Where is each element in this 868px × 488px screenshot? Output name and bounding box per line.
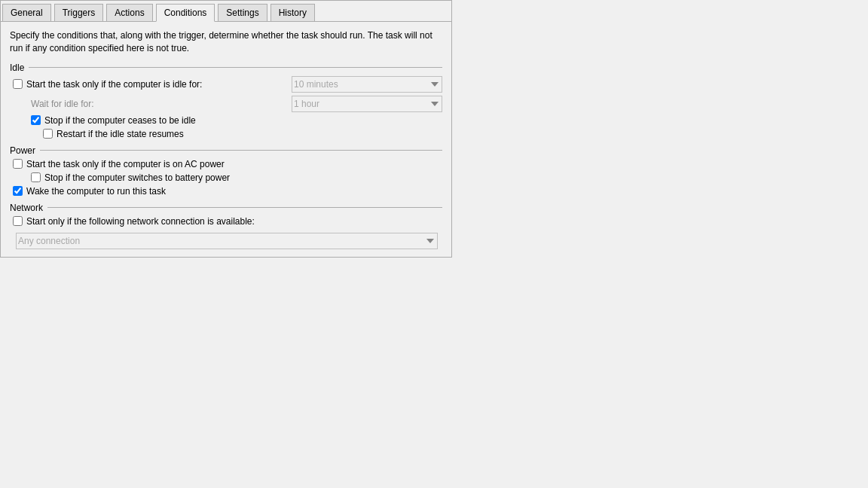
idle-section-label: Idle <box>10 63 24 73</box>
network-section-label: Network <box>10 203 43 213</box>
description-text: Specify the conditions that, along with … <box>10 29 442 55</box>
tab-conditions[interactable]: Conditions <box>156 4 215 22</box>
network-dropdown-container: Any connection Local Area Network Wirele… <box>10 230 442 249</box>
task-dialog: General Triggers Actions Conditions Sett… <box>0 0 452 258</box>
start-network-row: Start only if the following network conn… <box>10 216 442 227</box>
ac-power-row: Start the task only if the computer is o… <box>10 159 442 169</box>
stop-ceases-checkbox[interactable] <box>31 115 41 125</box>
power-section-label: Power <box>10 145 35 156</box>
idle-duration-select[interactable]: 10 minutes 15 minutes 30 minutes 1 hour <box>292 76 442 93</box>
tab-history[interactable]: History <box>270 4 315 21</box>
start-network-checkbox[interactable] <box>13 216 23 226</box>
start-idle-checkbox[interactable] <box>13 79 23 89</box>
stop-ceases-row: Stop if the computer ceases to be idle <box>10 115 442 126</box>
power-section-header: Power <box>10 145 442 156</box>
start-network-label: Start only if the following network conn… <box>26 216 255 227</box>
network-connection-select[interactable]: Any connection Local Area Network Wirele… <box>16 233 438 249</box>
conditions-content: Specify the conditions that, along with … <box>1 22 451 257</box>
idle-duration-dropdown-wrapper: 10 minutes 15 minutes 30 minutes 1 hour <box>292 76 442 93</box>
battery-row: Stop if the computer switches to battery… <box>10 172 442 183</box>
tab-general[interactable]: General <box>2 4 51 21</box>
wait-for-label: Wait for idle for: <box>31 99 94 109</box>
idle-section-header: Idle <box>10 63 442 73</box>
wake-label: Wake the computer to run this task <box>26 186 166 197</box>
power-section-line <box>40 150 442 151</box>
start-idle-row: Start the task only if the computer is i… <box>10 76 442 93</box>
battery-label: Stop if the computer switches to battery… <box>44 172 230 183</box>
wake-checkbox[interactable] <box>13 186 23 196</box>
network-section-header: Network <box>10 203 442 213</box>
battery-checkbox[interactable] <box>31 172 41 182</box>
tab-bar: General Triggers Actions Conditions Sett… <box>1 1 451 22</box>
stop-ceases-label: Stop if the computer ceases to be idle <box>44 115 196 126</box>
tab-actions[interactable]: Actions <box>106 4 152 21</box>
restart-idle-row: Restart if the idle state resumes <box>10 129 442 139</box>
wake-row: Wake the computer to run this task <box>10 186 442 197</box>
tab-triggers[interactable]: Triggers <box>54 4 104 21</box>
restart-idle-label: Restart if the idle state resumes <box>57 129 184 139</box>
ac-power-checkbox[interactable] <box>13 159 23 169</box>
start-idle-left: Start the task only if the computer is i… <box>13 79 202 90</box>
wait-for-row: Wait for idle for: 1 hour 30 minutes 15 … <box>10 96 442 112</box>
restart-idle-checkbox[interactable] <box>43 129 53 139</box>
wait-idle-select[interactable]: 1 hour 30 minutes 15 minutes Never <box>292 96 442 112</box>
ac-power-label: Start the task only if the computer is o… <box>26 159 225 169</box>
network-section-line <box>47 207 442 208</box>
idle-section-line <box>29 67 442 68</box>
start-idle-label: Start the task only if the computer is i… <box>26 79 202 90</box>
tab-settings[interactable]: Settings <box>218 4 267 21</box>
